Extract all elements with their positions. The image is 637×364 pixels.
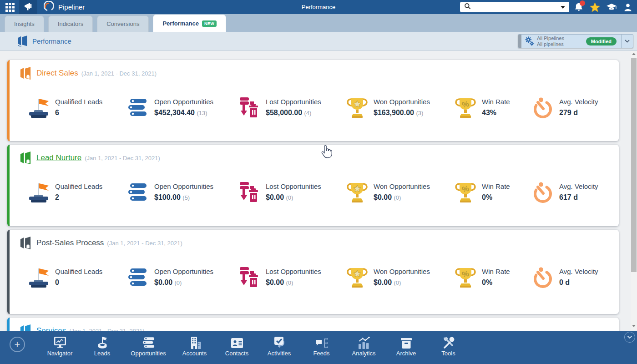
metric-open-opportunities: Open Opportunities $452,304.40 (13) xyxy=(127,96,239,119)
tab-label: Indicators xyxy=(58,20,83,27)
nav-item-contacts[interactable]: Contacts xyxy=(216,334,258,357)
metrics-row: Qualified Leads 2 Open Opportunities $10… xyxy=(10,181,619,203)
metric-label: Lost Opportunities xyxy=(266,182,321,190)
tab-indicators[interactable]: Indicators xyxy=(48,15,93,32)
activities-check-icon xyxy=(273,334,286,349)
metrics-row: Qualified Leads 0 Open Opportunities $0.… xyxy=(10,266,619,288)
drag-handle[interactable] xyxy=(518,35,521,48)
scrollbar-up-arrow[interactable] xyxy=(632,53,636,55)
metric-value: 0% xyxy=(482,278,510,287)
chevron-down-icon[interactable] xyxy=(621,35,633,48)
tab-conversions[interactable]: Conversions xyxy=(97,15,149,32)
metric-win-rate: % Win Rate 0% xyxy=(455,266,532,288)
nav-item-activities[interactable]: Activities xyxy=(258,334,300,357)
metric-value: 43% xyxy=(482,109,510,117)
favorites-star-icon[interactable] xyxy=(588,0,602,14)
archive-box-icon xyxy=(400,334,413,349)
nav-label: Archive xyxy=(396,350,416,357)
metric-value: $0.00 (0) xyxy=(266,278,321,287)
app-title: Pipeliner xyxy=(58,3,85,11)
pipeline-date-range: (Jan 1, 2021 - Dec 31, 2021) xyxy=(85,155,160,162)
metric-open-opportunities: Open Opportunities $0.00 (0) xyxy=(127,266,239,288)
search-input[interactable] xyxy=(474,2,558,12)
pipeline-title-link[interactable]: Post-Sales Process xyxy=(36,238,104,248)
metric-lost-opportunities: Lost Opportunities $0.00 (0) xyxy=(239,266,347,288)
tab-label: Performance xyxy=(162,20,198,27)
profile-icon[interactable] xyxy=(621,0,635,14)
nav-item-accounts[interactable]: Accounts xyxy=(173,334,216,357)
modified-badge: Modified xyxy=(586,37,617,46)
bottom-nav: + Navigator Leads Opportunities Accounts… xyxy=(0,331,637,364)
notifications-bell-icon[interactable] xyxy=(571,0,586,14)
selector-line1: All Pipelines xyxy=(537,35,564,41)
trophy-percent-icon: % xyxy=(455,267,476,288)
nav-items: Navigator Leads Opportunities Accounts C… xyxy=(39,331,637,357)
search-icon xyxy=(464,3,471,11)
metric-count: (0) xyxy=(286,194,293,201)
metric-value: $100.00 (5) xyxy=(154,193,213,202)
metric-label: Qualified Leads xyxy=(55,98,102,106)
metric-label: Win Rate xyxy=(482,98,510,106)
subheader-title: Performance xyxy=(32,37,71,45)
metric-count: (13) xyxy=(197,110,207,116)
scrollbar[interactable] xyxy=(631,51,637,331)
metric-label: Qualified Leads xyxy=(55,182,102,190)
pipeline-title-link[interactable]: Services xyxy=(36,326,66,331)
nav-item-feeds[interactable]: Feeds xyxy=(300,334,343,357)
metric-count: (0) xyxy=(394,194,401,201)
megaphone-icon xyxy=(23,2,33,12)
leads-flag-icon xyxy=(96,334,109,349)
nav-item-analytics[interactable]: Analytics xyxy=(343,334,385,357)
apps-grid-icon[interactable] xyxy=(4,1,16,13)
search-caret-icon[interactable] xyxy=(561,6,565,9)
scrollbar-down-arrow[interactable] xyxy=(632,325,636,327)
metric-win-rate: % Win Rate 0% xyxy=(455,181,532,203)
nav-label: Feeds xyxy=(313,350,329,357)
nav-item-navigator[interactable]: Navigator xyxy=(39,334,81,357)
pipeline-card-post-sales-process: Post-Sales Process (Jan 1, 2021 - Dec 31… xyxy=(7,230,619,314)
search-box[interactable] xyxy=(460,2,569,12)
metric-value: $0.00 (0) xyxy=(374,278,430,287)
metric-avg-velocity: Avg. Velocity 0 d xyxy=(532,266,605,288)
metric-label: Avg. Velocity xyxy=(559,98,598,106)
nav-item-leads[interactable]: Leads xyxy=(81,334,123,357)
tab-label: Conversions xyxy=(106,20,139,27)
metric-label: Open Opportunities xyxy=(154,98,213,106)
nav-label: Activities xyxy=(268,350,291,357)
navigator-icon xyxy=(53,334,67,349)
trophy-percent-icon: % xyxy=(455,97,476,119)
metric-value: $163,900.00 (3) xyxy=(374,109,430,117)
opportunities-stack-icon xyxy=(127,182,148,203)
add-new-button[interactable]: + xyxy=(10,337,25,352)
tab-bar: InsightsIndicatorsConversionsPerformance… xyxy=(0,14,637,32)
pipeline-card-services: Services (Jan 1, 2021 - Dec 31, 2021) xyxy=(7,318,619,331)
nav-item-archive[interactable]: Archive xyxy=(385,334,427,357)
notification-badge xyxy=(580,0,585,6)
pipeline-title-link[interactable]: Lead Nurture xyxy=(36,153,81,162)
academy-cap-icon[interactable] xyxy=(604,0,618,14)
pipeline-card-lead-nurture: Lead Nurture (Jan 1, 2021 - Dec 31, 2021… xyxy=(7,145,619,226)
feeds-bubble-icon xyxy=(315,334,329,349)
metric-win-rate: % Win Rate 43% xyxy=(455,96,532,119)
scrollbar-thumb[interactable] xyxy=(631,58,637,272)
pipeline-date-range: (Jan 1, 2021 - Dec 31, 2021) xyxy=(69,328,145,331)
card-header: Direct Sales (Jan 1, 2021 - Dec 31, 2021… xyxy=(10,67,619,80)
nav-item-opportunities[interactable]: Opportunities xyxy=(123,334,173,357)
flag-icon xyxy=(28,97,49,119)
pipeline-title-link[interactable]: Direct Sales xyxy=(36,69,78,78)
pipeline-date-range: (Jan 1, 2021 - Dec 31, 2021) xyxy=(107,240,182,247)
metric-lost-opportunities: Lost Opportunities $58,000.00 (4) xyxy=(239,96,347,119)
collapse-nav-chevron-icon[interactable] xyxy=(624,332,635,343)
lost-trash-icon xyxy=(239,267,260,288)
pipeline-icon xyxy=(20,324,31,331)
metric-label: Win Rate xyxy=(482,182,510,190)
tab-insights[interactable]: Insights xyxy=(5,15,44,32)
pipeline-selector[interactable]: All Pipelines All pipelines Modified xyxy=(518,34,633,48)
cards-container: Direct Sales (Jan 1, 2021 - Dec 31, 2021… xyxy=(7,60,619,331)
sub-header: Performance All Pipelines All pipelines … xyxy=(0,32,637,51)
tab-performance[interactable]: PerformanceNEW xyxy=(153,15,226,32)
content-area: Direct Sales (Jan 1, 2021 - Dec 31, 2021… xyxy=(0,51,637,331)
metric-count: (0) xyxy=(394,279,401,286)
nav-item-tools[interactable]: Tools xyxy=(427,334,470,357)
announcements-button[interactable] xyxy=(19,0,37,14)
